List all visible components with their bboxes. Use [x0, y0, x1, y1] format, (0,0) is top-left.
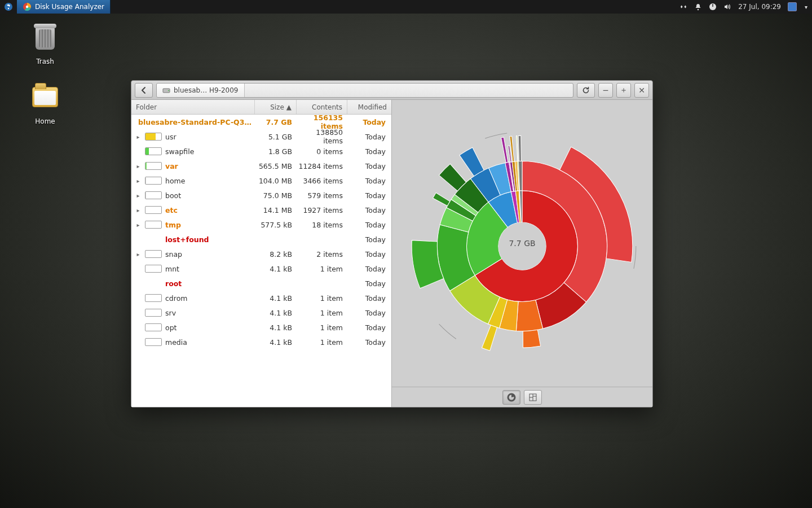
usage-bar: [145, 177, 162, 185]
view-treemap-button[interactable]: [524, 390, 542, 405]
cell-contents: 1 item: [297, 323, 347, 332]
cell-size: 7.7 GB: [255, 118, 297, 126]
tree-row[interactable]: opt4.1 kB1 itemToday: [131, 320, 391, 335]
cell-modified: Today: [347, 118, 391, 126]
usage-bar: [145, 162, 162, 170]
applications-menu-button[interactable]: [0, 0, 17, 14]
tree-rows[interactable]: bluesabre-Standard-PC-Q35-ICH9-2009 7.7 …: [131, 115, 391, 407]
folder-home-icon: [32, 87, 59, 114]
expander-icon[interactable]: ▸: [135, 178, 142, 184]
tray-indicator-icon[interactable]: [788, 2, 797, 11]
cell-size: 4.1 kB: [255, 309, 297, 317]
column-header-folder[interactable]: Folder: [131, 100, 255, 114]
taskbar-app-disk-usage-analyzer[interactable]: Disk Usage Analyzer: [17, 0, 111, 14]
desktop-icon-home[interactable]: Home: [18, 82, 72, 125]
cell-contents: 1 item: [297, 309, 347, 317]
tree-row[interactable]: ▸var565.5 MB11284 itemsToday: [131, 159, 391, 173]
cell-modified: Today: [347, 309, 391, 317]
tree-row[interactable]: ▸etc14.1 MB1927 itemsToday: [131, 203, 391, 217]
folder-name: opt: [165, 323, 176, 332]
notifications-icon[interactable]: [694, 3, 702, 11]
usage-bar: [145, 294, 162, 302]
cell-contents: 1 item: [297, 338, 347, 347]
expander-icon[interactable]: ▸: [135, 207, 142, 213]
volume-icon[interactable]: [723, 3, 731, 11]
power-icon[interactable]: [709, 3, 717, 11]
cell-modified: Today: [347, 323, 391, 332]
cell-size: 4.1 kB: [255, 323, 297, 332]
desktop-icon-trash[interactable]: Trash: [18, 25, 72, 65]
tree-row[interactable]: srv4.1 kB1 itemToday: [131, 305, 391, 320]
column-header-contents[interactable]: Contents: [297, 100, 347, 114]
cell-contents: 2 items: [297, 250, 347, 259]
cell-modified: Today: [347, 191, 391, 200]
usage-bar: [145, 206, 162, 214]
folder-name: boot: [165, 191, 181, 200]
back-button[interactable]: [135, 83, 153, 98]
cell-modified: Today: [347, 279, 391, 288]
tree-row[interactable]: ▸tmp577.5 kB18 itemsToday: [131, 217, 391, 232]
expander-icon[interactable]: ▸: [135, 192, 142, 199]
panel-clock[interactable]: 27 Jul, 09:29: [738, 3, 781, 11]
folder-name: lost+found: [165, 235, 209, 244]
svg-point-1: [8, 8, 9, 9]
refresh-button[interactable]: [577, 83, 595, 98]
tree-row[interactable]: ▸home104.0 MB3466 itemsToday: [131, 173, 391, 188]
cell-contents: 0 items: [297, 147, 347, 156]
tree-row[interactable]: cdrom4.1 kB1 itemToday: [131, 291, 391, 305]
cell-modified: Today: [347, 177, 391, 185]
expander-icon[interactable]: ▸: [135, 163, 142, 169]
folder-name: swapfile: [165, 147, 194, 156]
usage-bar: [145, 221, 162, 229]
cell-modified: Today: [347, 133, 391, 141]
tree-row[interactable]: rootToday: [131, 276, 391, 291]
window-close-button[interactable]: ✕: [634, 83, 649, 98]
tree-row[interactable]: media4.1 kB1 itemToday: [131, 335, 391, 349]
tree-row[interactable]: ▸snap8.2 kB2 itemsToday: [131, 247, 391, 261]
view-ringchart-button[interactable]: [502, 390, 520, 405]
expander-icon[interactable]: ▸: [135, 134, 142, 140]
usage-bar: [145, 338, 162, 346]
disk-usage-analyzer-window: bluesab… H9-2009 ─ ＋ ✕ Folder Size▲ Cont…: [131, 80, 653, 408]
tree-row[interactable]: ▸boot75.0 MB579 itemsToday: [131, 188, 391, 203]
drive-icon: [162, 86, 170, 94]
tree-row[interactable]: lost+foundToday: [131, 232, 391, 247]
trash-icon: [32, 27, 59, 54]
window-maximize-button[interactable]: ＋: [616, 83, 631, 98]
cell-modified: Today: [347, 338, 391, 347]
folder-name: mnt: [165, 265, 179, 273]
tree-row[interactable]: swapfile1.8 GB0 itemsToday: [131, 144, 391, 159]
tree-row[interactable]: mnt4.1 kB1 itemToday: [131, 261, 391, 276]
folder-name: var: [165, 162, 178, 170]
expander-icon[interactable]: ▸: [135, 222, 142, 228]
desktop-icon-label: Trash: [18, 58, 72, 65]
column-header-modified[interactable]: Modified: [347, 100, 391, 114]
cell-contents: 579 items: [297, 191, 347, 200]
cell-contents: 3466 items: [297, 177, 347, 185]
tree-row[interactable]: ▸usr5.1 GB138850 itemsToday: [131, 129, 391, 144]
panel-menu-chevron-icon[interactable]: ▾: [804, 4, 807, 10]
cell-size: 75.0 MB: [255, 191, 297, 200]
folder-tree: Folder Size▲ Contents Modified bluesabre…: [131, 100, 392, 407]
cell-size: 104.0 MB: [255, 177, 297, 185]
svg-point-0: [5, 3, 12, 11]
cell-size: 4.1 kB: [255, 265, 297, 273]
sunburst-chart[interactable]: 7.7 GB: [392, 100, 652, 387]
window-titlebar[interactable]: bluesab… H9-2009 ─ ＋ ✕: [131, 81, 652, 100]
cell-size: 577.5 kB: [255, 221, 297, 229]
column-header-size[interactable]: Size▲: [255, 100, 297, 114]
tree-row-root[interactable]: bluesabre-Standard-PC-Q35-ICH9-2009 7.7 …: [131, 115, 391, 129]
cell-contents: 138850 items: [297, 128, 347, 145]
expander-icon[interactable]: ▸: [135, 251, 142, 257]
folder-name: bluesabre-Standard-PC-Q35-ICH9-2009: [138, 118, 255, 126]
usage-bar: [145, 133, 162, 141]
breadcrumb-device[interactable]: bluesab… H9-2009: [157, 84, 245, 97]
folder-name: media: [165, 338, 187, 347]
network-icon[interactable]: [679, 3, 687, 11]
usage-bar: [145, 250, 162, 258]
chart-center-label: 7.7 GB: [509, 239, 535, 248]
usage-bar: [145, 309, 162, 317]
window-minimize-button[interactable]: ─: [598, 83, 613, 98]
location-pathbar[interactable]: bluesab… H9-2009: [156, 83, 573, 98]
visualization-toolbar: [392, 387, 652, 407]
